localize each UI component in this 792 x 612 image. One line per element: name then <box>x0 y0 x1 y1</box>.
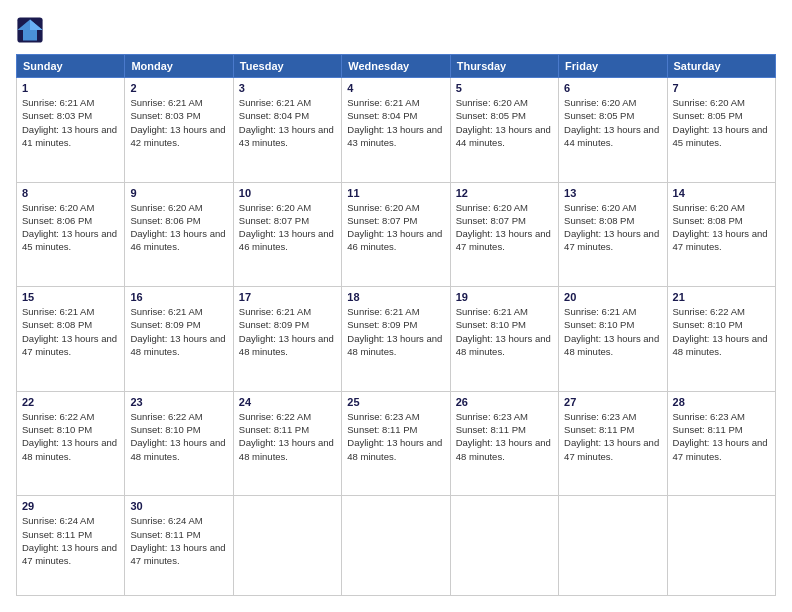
day-header-thursday: Thursday <box>450 55 558 78</box>
day-number: 24 <box>239 396 336 408</box>
day-info: Sunrise: 6:20 AM Sunset: 8:08 PM Dayligh… <box>673 201 770 254</box>
day-number: 13 <box>564 187 661 199</box>
day-info: Sunrise: 6:24 AM Sunset: 8:11 PM Dayligh… <box>130 514 227 567</box>
day-number: 17 <box>239 291 336 303</box>
day-number: 23 <box>130 396 227 408</box>
day-number: 19 <box>456 291 553 303</box>
calendar-cell: 7 Sunrise: 6:20 AM Sunset: 8:05 PM Dayli… <box>667 78 775 183</box>
day-number: 21 <box>673 291 770 303</box>
day-info: Sunrise: 6:20 AM Sunset: 8:07 PM Dayligh… <box>347 201 444 254</box>
day-info: Sunrise: 6:23 AM Sunset: 8:11 PM Dayligh… <box>673 410 770 463</box>
day-header-wednesday: Wednesday <box>342 55 450 78</box>
day-number: 16 <box>130 291 227 303</box>
calendar-cell: 12 Sunrise: 6:20 AM Sunset: 8:07 PM Dayl… <box>450 182 558 287</box>
calendar-week-3: 15 Sunrise: 6:21 AM Sunset: 8:08 PM Dayl… <box>17 287 776 392</box>
calendar-cell: 3 Sunrise: 6:21 AM Sunset: 8:04 PM Dayli… <box>233 78 341 183</box>
calendar-cell: 9 Sunrise: 6:20 AM Sunset: 8:06 PM Dayli… <box>125 182 233 287</box>
day-info: Sunrise: 6:21 AM Sunset: 8:09 PM Dayligh… <box>347 305 444 358</box>
calendar-cell: 2 Sunrise: 6:21 AM Sunset: 8:03 PM Dayli… <box>125 78 233 183</box>
day-info: Sunrise: 6:21 AM Sunset: 8:08 PM Dayligh… <box>22 305 119 358</box>
day-info: Sunrise: 6:21 AM Sunset: 8:03 PM Dayligh… <box>22 96 119 149</box>
day-info: Sunrise: 6:20 AM Sunset: 8:06 PM Dayligh… <box>22 201 119 254</box>
day-number: 4 <box>347 82 444 94</box>
day-header-sunday: Sunday <box>17 55 125 78</box>
calendar-cell <box>233 496 341 596</box>
day-info: Sunrise: 6:20 AM Sunset: 8:05 PM Dayligh… <box>564 96 661 149</box>
day-number: 10 <box>239 187 336 199</box>
day-header-saturday: Saturday <box>667 55 775 78</box>
calendar-cell: 18 Sunrise: 6:21 AM Sunset: 8:09 PM Dayl… <box>342 287 450 392</box>
day-info: Sunrise: 6:20 AM Sunset: 8:06 PM Dayligh… <box>130 201 227 254</box>
day-number: 11 <box>347 187 444 199</box>
day-number: 8 <box>22 187 119 199</box>
day-info: Sunrise: 6:22 AM Sunset: 8:10 PM Dayligh… <box>22 410 119 463</box>
day-number: 25 <box>347 396 444 408</box>
logo <box>16 16 48 44</box>
day-info: Sunrise: 6:24 AM Sunset: 8:11 PM Dayligh… <box>22 514 119 567</box>
day-header-monday: Monday <box>125 55 233 78</box>
day-number: 1 <box>22 82 119 94</box>
day-header-friday: Friday <box>559 55 667 78</box>
day-number: 28 <box>673 396 770 408</box>
calendar-cell: 30 Sunrise: 6:24 AM Sunset: 8:11 PM Dayl… <box>125 496 233 596</box>
calendar-week-4: 22 Sunrise: 6:22 AM Sunset: 8:10 PM Dayl… <box>17 391 776 496</box>
day-number: 26 <box>456 396 553 408</box>
calendar-cell: 4 Sunrise: 6:21 AM Sunset: 8:04 PM Dayli… <box>342 78 450 183</box>
day-info: Sunrise: 6:20 AM Sunset: 8:07 PM Dayligh… <box>456 201 553 254</box>
day-info: Sunrise: 6:20 AM Sunset: 8:05 PM Dayligh… <box>673 96 770 149</box>
day-number: 5 <box>456 82 553 94</box>
calendar-cell: 25 Sunrise: 6:23 AM Sunset: 8:11 PM Dayl… <box>342 391 450 496</box>
day-header-tuesday: Tuesday <box>233 55 341 78</box>
calendar-cell <box>667 496 775 596</box>
day-number: 7 <box>673 82 770 94</box>
logo-icon <box>16 16 44 44</box>
calendar-cell: 17 Sunrise: 6:21 AM Sunset: 8:09 PM Dayl… <box>233 287 341 392</box>
calendar-cell: 15 Sunrise: 6:21 AM Sunset: 8:08 PM Dayl… <box>17 287 125 392</box>
day-info: Sunrise: 6:21 AM Sunset: 8:09 PM Dayligh… <box>239 305 336 358</box>
day-number: 22 <box>22 396 119 408</box>
day-info: Sunrise: 6:20 AM Sunset: 8:07 PM Dayligh… <box>239 201 336 254</box>
calendar-header-row: SundayMondayTuesdayWednesdayThursdayFrid… <box>17 55 776 78</box>
day-info: Sunrise: 6:21 AM Sunset: 8:10 PM Dayligh… <box>456 305 553 358</box>
day-number: 29 <box>22 500 119 512</box>
calendar-table: SundayMondayTuesdayWednesdayThursdayFrid… <box>16 54 776 596</box>
calendar-week-1: 1 Sunrise: 6:21 AM Sunset: 8:03 PM Dayli… <box>17 78 776 183</box>
day-info: Sunrise: 6:23 AM Sunset: 8:11 PM Dayligh… <box>456 410 553 463</box>
day-info: Sunrise: 6:21 AM Sunset: 8:04 PM Dayligh… <box>347 96 444 149</box>
day-number: 30 <box>130 500 227 512</box>
calendar-cell: 14 Sunrise: 6:20 AM Sunset: 8:08 PM Dayl… <box>667 182 775 287</box>
day-number: 12 <box>456 187 553 199</box>
day-number: 27 <box>564 396 661 408</box>
day-info: Sunrise: 6:23 AM Sunset: 8:11 PM Dayligh… <box>347 410 444 463</box>
calendar-cell <box>450 496 558 596</box>
calendar-cell: 6 Sunrise: 6:20 AM Sunset: 8:05 PM Dayli… <box>559 78 667 183</box>
calendar-cell: 26 Sunrise: 6:23 AM Sunset: 8:11 PM Dayl… <box>450 391 558 496</box>
day-info: Sunrise: 6:20 AM Sunset: 8:08 PM Dayligh… <box>564 201 661 254</box>
day-info: Sunrise: 6:22 AM Sunset: 8:10 PM Dayligh… <box>673 305 770 358</box>
calendar-cell: 28 Sunrise: 6:23 AM Sunset: 8:11 PM Dayl… <box>667 391 775 496</box>
day-number: 18 <box>347 291 444 303</box>
calendar-cell: 23 Sunrise: 6:22 AM Sunset: 8:10 PM Dayl… <box>125 391 233 496</box>
day-info: Sunrise: 6:21 AM Sunset: 8:04 PM Dayligh… <box>239 96 336 149</box>
calendar-week-2: 8 Sunrise: 6:20 AM Sunset: 8:06 PM Dayli… <box>17 182 776 287</box>
day-number: 2 <box>130 82 227 94</box>
calendar-cell: 8 Sunrise: 6:20 AM Sunset: 8:06 PM Dayli… <box>17 182 125 287</box>
calendar-cell: 22 Sunrise: 6:22 AM Sunset: 8:10 PM Dayl… <box>17 391 125 496</box>
day-info: Sunrise: 6:21 AM Sunset: 8:10 PM Dayligh… <box>564 305 661 358</box>
calendar-cell: 20 Sunrise: 6:21 AM Sunset: 8:10 PM Dayl… <box>559 287 667 392</box>
day-info: Sunrise: 6:21 AM Sunset: 8:03 PM Dayligh… <box>130 96 227 149</box>
day-number: 9 <box>130 187 227 199</box>
day-number: 3 <box>239 82 336 94</box>
day-number: 15 <box>22 291 119 303</box>
day-info: Sunrise: 6:23 AM Sunset: 8:11 PM Dayligh… <box>564 410 661 463</box>
day-info: Sunrise: 6:22 AM Sunset: 8:11 PM Dayligh… <box>239 410 336 463</box>
calendar-cell: 13 Sunrise: 6:20 AM Sunset: 8:08 PM Dayl… <box>559 182 667 287</box>
page: SundayMondayTuesdayWednesdayThursdayFrid… <box>0 0 792 612</box>
calendar-cell: 11 Sunrise: 6:20 AM Sunset: 8:07 PM Dayl… <box>342 182 450 287</box>
day-number: 6 <box>564 82 661 94</box>
calendar-cell: 1 Sunrise: 6:21 AM Sunset: 8:03 PM Dayli… <box>17 78 125 183</box>
calendar-week-5: 29 Sunrise: 6:24 AM Sunset: 8:11 PM Dayl… <box>17 496 776 596</box>
calendar-cell: 21 Sunrise: 6:22 AM Sunset: 8:10 PM Dayl… <box>667 287 775 392</box>
calendar-cell: 5 Sunrise: 6:20 AM Sunset: 8:05 PM Dayli… <box>450 78 558 183</box>
header <box>16 16 776 44</box>
